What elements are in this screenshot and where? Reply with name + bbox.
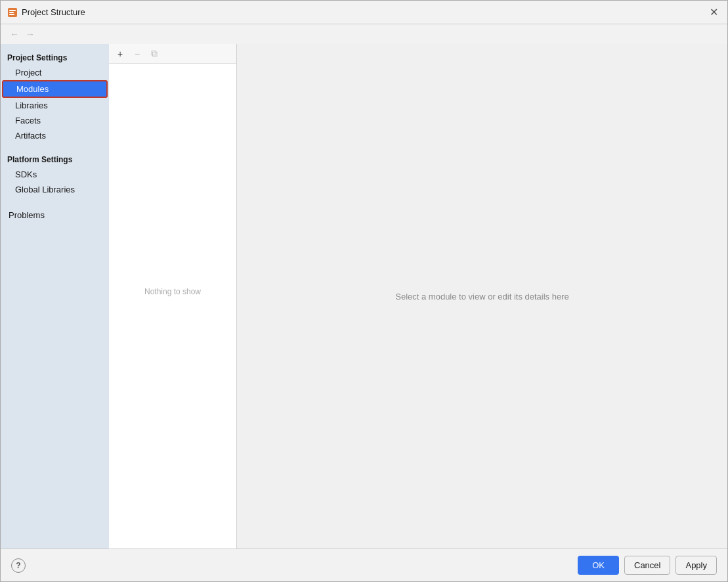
nav-buttons-bar: ← →	[1, 24, 727, 44]
help-button[interactable]: ?	[11, 558, 26, 573]
forward-button[interactable]: →	[23, 28, 37, 41]
ok-button[interactable]: OK	[578, 556, 619, 575]
platform-settings-title: Platform Settings	[1, 151, 109, 167]
close-button[interactable]: ✕	[706, 5, 721, 20]
sidebar-item-facets[interactable]: Facets	[2, 113, 108, 128]
sidebar-item-libraries[interactable]: Libraries	[2, 98, 108, 113]
footer-right: OK Cancel Apply	[578, 556, 717, 575]
footer-left: ?	[11, 558, 26, 573]
sidebar-item-project[interactable]: Project	[2, 65, 108, 80]
svg-rect-1	[9, 10, 16, 11]
svg-rect-2	[9, 12, 14, 13]
title-bar: Project Structure ✕	[1, 1, 727, 24]
apply-button[interactable]: Apply	[675, 556, 717, 575]
sidebar-spacer	[1, 143, 109, 151]
modules-list	[109, 64, 236, 548]
project-icon	[7, 7, 18, 18]
project-settings-title: Project Settings	[1, 49, 109, 65]
modules-toolbar: + − ⧉	[109, 44, 236, 64]
back-button[interactable]: ←	[7, 28, 22, 41]
footer: ? OK Cancel Apply	[1, 548, 727, 581]
project-structure-window: Project Structure ✕ ← → Project Settings…	[0, 0, 728, 582]
remove-module-button[interactable]: −	[130, 47, 144, 61]
add-module-button[interactable]: +	[113, 47, 127, 61]
detail-panel: Select a module to view or edit its deta…	[237, 44, 727, 548]
sidebar-item-global-libraries[interactable]: Global Libraries	[2, 182, 108, 197]
sidebar-item-problems[interactable]: Problems	[2, 208, 108, 223]
right-panel: + − ⧉ Nothing to show Select a module to…	[109, 44, 727, 548]
detail-hint-text: Select a module to view or edit its deta…	[395, 292, 568, 302]
window-title: Project Structure	[22, 7, 706, 17]
cancel-button[interactable]: Cancel	[624, 556, 670, 575]
main-content: Project Settings Project Modules Librari…	[1, 44, 727, 548]
sidebar-item-modules[interactable]: Modules	[2, 80, 108, 98]
svg-rect-3	[9, 14, 14, 15]
sidebar-item-sdks[interactable]: SDKs	[2, 167, 108, 182]
sidebar-spacer-2	[1, 197, 109, 205]
content-area: ← → Project Settings Project Modules Lib…	[1, 24, 727, 548]
copy-module-button[interactable]: ⧉	[147, 47, 161, 61]
modules-list-panel: + − ⧉ Nothing to show	[109, 44, 237, 548]
sidebar: Project Settings Project Modules Librari…	[1, 44, 109, 548]
sidebar-item-artifacts[interactable]: Artifacts	[2, 128, 108, 143]
